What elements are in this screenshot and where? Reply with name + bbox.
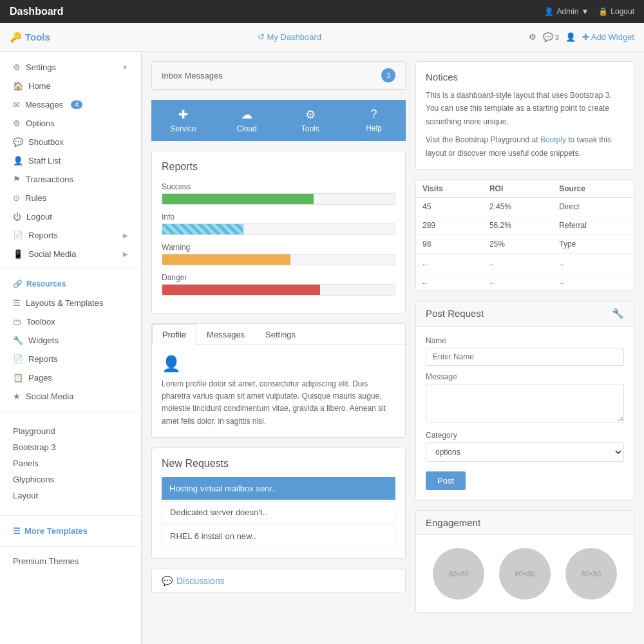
sidebar-item-settings[interactable]: ⚙ Settings ▼ (0, 58, 141, 77)
notices-title: Notices (426, 71, 624, 82)
sidebar-item-messages[interactable]: ✉ Messages 4 (0, 95, 141, 114)
inbox-header: Inbox Messages 3 (152, 62, 405, 90)
progress-danger: Danger (162, 273, 395, 296)
sidebar-item-logout[interactable]: ⏻ Logout (0, 207, 141, 226)
flag-icon: ⚑ (13, 175, 21, 184)
home-icon: 🏠 (13, 81, 23, 91)
stats-body: Visits ROI Source 45 2.45% Direct (416, 180, 634, 290)
sidebar-item-options[interactable]: ⚙ Options (0, 114, 141, 133)
stats-table: Visits ROI Source 45 2.45% Direct (416, 180, 634, 290)
service-btn-cloud[interactable]: ☁ Cloud (215, 100, 279, 141)
sidebar-item-shoutbox[interactable]: 💬 Shoutbox (0, 133, 141, 151)
chevron-right-icon2: ▶ (123, 251, 128, 258)
profile-card: Profile Messages Settings 👤 Lorem profil… (151, 323, 406, 438)
engagement-circle-3: 80×80 (565, 548, 617, 600)
request-item-2[interactable]: Dedicated server doesn't.. (162, 501, 395, 524)
user-icon: 👤 (544, 7, 554, 16)
add-widget-btn[interactable]: ✚ Add Widget (582, 32, 634, 42)
post-button[interactable]: Post (426, 471, 466, 490)
sidebar-item-pages[interactable]: 📋 Pages (0, 368, 141, 387)
danger-label: Danger (162, 273, 395, 282)
stats-col-visits: Visits (416, 180, 483, 198)
progress-info: Info (162, 213, 395, 235)
logout-link[interactable]: 🔒 Logout (598, 7, 634, 16)
comment-icon2: 💬 (162, 576, 173, 586)
right-actions: ⚙ 💬 3 👤 ✚ Add Widget (529, 32, 634, 42)
main-column: Inbox Messages 3 ✚ Service ☁ Cloud ⚙ Too… (151, 61, 406, 634)
inbox-card: Inbox Messages 3 (151, 61, 406, 90)
request-item-3[interactable]: RHEL 6 install on new.. (162, 525, 395, 547)
stats-row-2: 289 56.2% Referral (416, 216, 634, 234)
settings-icon: ⚙ (13, 62, 21, 72)
tab-settings[interactable]: Settings (255, 324, 306, 345)
settings-icon-btn[interactable]: ⚙ (529, 32, 536, 42)
success-bar (162, 194, 314, 204)
link-icon: 🔗 (13, 279, 23, 289)
star-icon: ★ (13, 392, 21, 401)
sidebar-item-widgets[interactable]: 🔧 Widgets (0, 331, 141, 350)
user-icon-btn[interactable]: 👤 (565, 32, 576, 42)
sidebar-item-socialmedia[interactable]: 📱 Social Media ▶ (0, 245, 141, 263)
reports-body: Reports Success Info Warnin (152, 151, 405, 313)
circle-icon: ⊙ (13, 193, 20, 203)
inbox-badge: 3 (381, 68, 395, 82)
sidebar-item-home[interactable]: 🏠 Home (0, 77, 141, 95)
admin-link[interactable]: 👤 Admin ▼ (544, 7, 589, 16)
sidebar-item-resources-reports[interactable]: 📄 Reports (0, 350, 141, 368)
sidebar-divider3 (0, 515, 141, 516)
discussions-section[interactable]: 💬 Discussions (151, 569, 406, 593)
tools-brand[interactable]: 🔑 Tools (10, 32, 50, 43)
sidebar-item-layouts[interactable]: ☰ Layouts & Templates (0, 294, 141, 312)
more-templates-link[interactable]: ☰ More Templates (0, 521, 141, 541)
messages-badge: 4 (71, 100, 82, 109)
discussions-label: Discussions (176, 576, 225, 586)
footer-link-panels[interactable]: Panels (13, 455, 128, 471)
footer-link-glyphicons[interactable]: Glyphicons (13, 471, 128, 488)
notices-text1: This is a dashboard-style layout that us… (426, 89, 624, 128)
footer-link-bootstrap[interactable]: Bootstrap 3 (13, 439, 128, 455)
sidebar-item-social[interactable]: ★ Social Media (0, 387, 141, 406)
footer-link-playground[interactable]: Playground (13, 423, 128, 439)
tab-profile[interactable]: Profile (152, 324, 196, 345)
gear-icon: ⚙ (13, 118, 21, 128)
sidebar-item-toolbox[interactable]: 🗃 Toolbox (0, 312, 141, 331)
sidebar-item-transactions[interactable]: ⚑ Transactions (0, 170, 141, 189)
bootply-link[interactable]: Bootply (540, 135, 566, 144)
reports-title: Reports (162, 161, 395, 173)
right-column: Notices This is a dashboard-style layout… (415, 61, 634, 634)
progress-success: Success (162, 182, 395, 205)
request-item-1[interactable]: Hosting virtual mailbox serv.. (162, 477, 395, 500)
sidebar-item-premium[interactable]: Premium Themes (0, 552, 141, 571)
service-btn-service[interactable]: ✚ Service (151, 100, 215, 141)
message-label: Message (426, 372, 624, 381)
name-input[interactable] (426, 348, 624, 366)
sidebar-item-rules[interactable]: ⊙ Rules (0, 189, 141, 207)
my-dashboard-link[interactable]: ↺ My Dashboard (258, 32, 322, 42)
footer-link-layout[interactable]: Layout (13, 488, 128, 504)
stats-row-3: 98 25% Type (416, 234, 634, 253)
category-group: Category options (426, 431, 624, 462)
warning-bar (162, 254, 290, 265)
chat-icon-btn[interactable]: 💬 3 (543, 32, 559, 42)
reports-card: Reports Success Info Warnin (151, 151, 406, 314)
sidebar-item-stafflist[interactable]: 👤 Staff List (0, 151, 141, 170)
message-textarea[interactable] (426, 384, 624, 422)
success-label: Success (162, 182, 395, 191)
sidebar-divider (0, 269, 141, 269)
tab-messages[interactable]: Messages (196, 324, 255, 345)
name-label: Name (426, 336, 624, 345)
category-select[interactable]: options (426, 442, 624, 462)
stats-col-source: Source (553, 180, 634, 198)
sidebar-item-reports[interactable]: 📄 Reports ▶ (0, 226, 141, 245)
tools-icon2: ⚙ (305, 108, 316, 122)
engagement-circles: 80×80 80×80 80×80 (416, 535, 634, 612)
page-icon: 📄 (13, 354, 23, 364)
sidebar-divider4 (0, 546, 141, 547)
stats-card: Visits ROI Source 45 2.45% Direct (415, 180, 634, 291)
reports-icon: 📄 (13, 231, 23, 240)
info-bar-container (162, 223, 395, 235)
inbox-title: Inbox Messages (162, 71, 223, 80)
post-request-body: Name Message Category options Post (416, 327, 634, 500)
service-btn-tools[interactable]: ⚙ Tools (279, 100, 343, 141)
service-btn-help[interactable]: ? Help (342, 100, 406, 141)
